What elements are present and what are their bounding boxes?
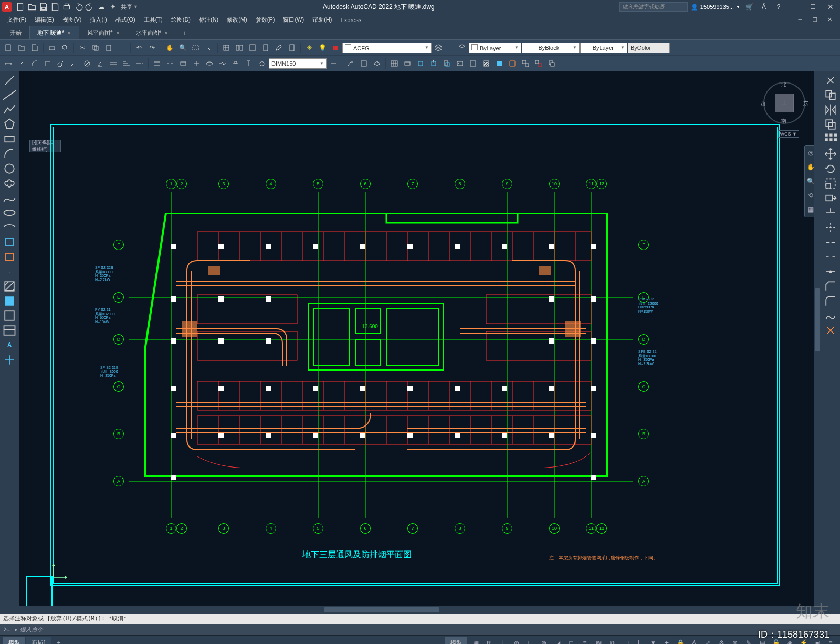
viewcube-top-face[interactable]: 上 [775, 94, 794, 112]
zoom-prev-icon[interactable] [203, 41, 215, 54]
blend-icon[interactable] [823, 309, 838, 323]
mirror-icon[interactable] [823, 103, 838, 117]
preview-icon[interactable] [59, 41, 71, 54]
move-icon[interactable] [823, 147, 838, 161]
isolate-icon[interactable]: ◈ [783, 637, 796, 645]
point-icon[interactable]: · [2, 265, 17, 278]
grid-display-icon[interactable]: ▦ [469, 637, 482, 645]
app-logo[interactable]: A [2, 2, 12, 12]
properties-icon[interactable] [220, 41, 233, 54]
mleader-icon[interactable] [344, 57, 357, 70]
match-icon[interactable] [116, 41, 128, 54]
dim-aligned-icon[interactable] [15, 57, 28, 70]
spline-icon[interactable] [2, 191, 17, 205]
anno-monitor-icon[interactable]: ⊕ [729, 637, 741, 645]
tab-doc-1[interactable]: 地下 暖通*✕ [29, 26, 79, 39]
polar-icon[interactable]: ⊛ [538, 637, 550, 645]
redo-icon[interactable]: ↷ [146, 41, 159, 54]
layer-freeze-icon[interactable]: ☀ [303, 41, 316, 54]
menu-format[interactable]: 格式(O) [111, 14, 140, 25]
new-icon[interactable] [2, 41, 15, 54]
viewcube-east[interactable]: 东 [803, 100, 808, 107]
menu-help[interactable]: 帮助(H) [308, 14, 336, 25]
doc-restore-button[interactable]: ❐ [807, 15, 822, 25]
break-icon[interactable] [823, 250, 838, 264]
dim-quick-icon[interactable] [107, 57, 120, 70]
layer-off-icon[interactable] [329, 41, 342, 54]
region-icon[interactable] [467, 57, 479, 70]
insert-icon[interactable] [427, 57, 440, 70]
command-input[interactable]: ▸ 键入命令 [0, 624, 840, 635]
plot-style-input[interactable] [628, 43, 670, 53]
layer-state-icon[interactable] [456, 41, 468, 54]
circle-icon[interactable] [2, 162, 17, 175]
field-icon[interactable] [401, 57, 414, 70]
qat-undo-icon[interactable] [74, 2, 83, 12]
layout-tab-model[interactable]: 模型 [3, 637, 25, 644]
layout-tab-1[interactable]: 布局1 [26, 637, 51, 644]
close-button[interactable]: ✕ [823, 2, 838, 12]
menu-modify[interactable]: 修改(M) [223, 14, 251, 25]
clean-screen-icon[interactable]: ▣ [811, 637, 823, 645]
pline-icon[interactable] [2, 103, 17, 117]
minimize-button[interactable]: ─ [788, 2, 802, 12]
dim-diameter-icon[interactable] [81, 57, 93, 70]
quick-props-icon[interactable]: ▤ [756, 637, 769, 645]
arc-icon[interactable] [2, 147, 17, 161]
viewcube-south[interactable]: 南 [781, 118, 786, 125]
table-icon[interactable] [388, 57, 401, 70]
dim-update-icon[interactable] [256, 57, 268, 70]
scale-icon[interactable] [823, 176, 838, 190]
ellipse-arc-icon[interactable] [2, 221, 17, 234]
qat-plot-icon[interactable] [62, 2, 71, 12]
mtext-icon[interactable]: A [2, 338, 17, 352]
maximize-button[interactable]: ☐ [805, 2, 820, 12]
draworder-icon[interactable] [545, 57, 558, 70]
region-tool-icon[interactable] [2, 309, 17, 323]
menu-window[interactable]: 窗口(W) [279, 14, 308, 25]
copy-icon[interactable] [89, 41, 102, 54]
menu-insert[interactable]: 插入(I) [86, 14, 111, 25]
qat-open-icon[interactable] [27, 2, 37, 12]
line-icon[interactable] [2, 74, 17, 87]
help-search-input[interactable]: 键入关键字或短语 [620, 2, 688, 12]
center-mark-icon[interactable] [190, 57, 203, 70]
drawing-canvas[interactable]: [-][俯视][二维线框] 1 2 3 4 5 6 7 8 9 10 11 12… [19, 71, 821, 614]
rectangle-icon[interactable] [2, 132, 17, 146]
open-icon[interactable] [15, 41, 28, 54]
cart-icon[interactable]: 🛒 [744, 2, 754, 12]
dim-linear-icon[interactable] [2, 57, 15, 70]
user-account[interactable]: 👤 150599135... ▼ [691, 4, 740, 11]
insert-block-icon[interactable] [2, 235, 17, 249]
layer-manager-icon[interactable] [432, 41, 445, 54]
qat-save-icon[interactable] [39, 2, 48, 12]
jog-line-icon[interactable] [216, 57, 229, 70]
dim-space-icon[interactable] [151, 57, 163, 70]
copy-obj-icon[interactable] [823, 88, 838, 102]
menu-view[interactable]: 视图(V) [58, 14, 86, 25]
tab-start[interactable]: 开始 [2, 26, 29, 39]
join-icon[interactable] [823, 265, 838, 278]
qat-share-icon[interactable]: ☁ [97, 2, 106, 12]
plot-icon[interactable] [46, 41, 58, 54]
osnap-icon[interactable]: □ [565, 637, 578, 645]
qat-redo-icon[interactable] [85, 2, 94, 12]
markup-icon[interactable] [272, 41, 285, 54]
dynamic-input-icon[interactable]: ⊕ [510, 637, 523, 645]
customize-icon[interactable]: ≡ [824, 637, 837, 645]
workspace-icon[interactable]: ⚙ [715, 637, 728, 645]
dim-tedit-icon[interactable] [243, 57, 255, 70]
menu-dimension[interactable]: 标注(N) [195, 14, 223, 25]
linetype-combo[interactable]: ─── ByBlock▼ [522, 43, 580, 53]
gizmo-icon[interactable]: ✦ [660, 637, 673, 645]
dim-style-combo[interactable]: DIMN150▼ [269, 58, 327, 69]
vertical-scrollbar[interactable] [814, 71, 821, 614]
zoom-window-icon[interactable] [190, 41, 202, 54]
make-block-icon[interactable] [2, 250, 17, 264]
viewcube-west[interactable]: 西 [760, 100, 765, 107]
qcalc-icon[interactable] [286, 41, 298, 54]
zoom-icon[interactable]: 🔍 [176, 41, 189, 54]
qat-new-icon[interactable] [16, 2, 25, 12]
revcloud-icon[interactable] [2, 176, 17, 190]
annotation-scale-icon[interactable]: 🔒 [674, 637, 687, 645]
